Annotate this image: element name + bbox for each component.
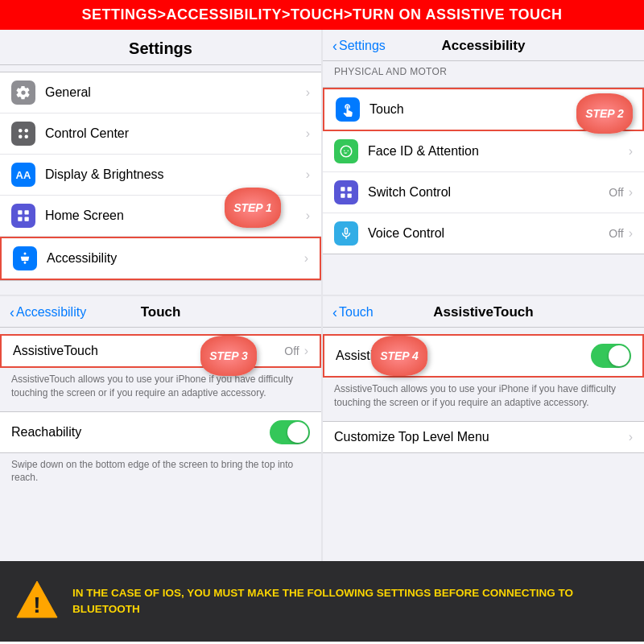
reachability-toggle[interactable] (270, 420, 310, 444)
top-banner-text: SETTINGS>ACCESSIBILITY>TOUCH>TURN ON ASS… (81, 6, 562, 23)
panel4-desc1: AssistiveTouch allows you to use your iP… (323, 378, 644, 415)
panel1-settings: Settings General › Control Center (0, 30, 321, 295)
top-banner: SETTINGS>ACCESSIBILITY>TOUCH>TURN ON ASS… (0, 0, 644, 30)
list-item-control-center[interactable]: Control Center › (0, 114, 321, 155)
main-grid: Settings General › Control Center (0, 30, 644, 561)
switch-control-chevron: › (629, 185, 633, 200)
svg-point-8 (24, 253, 27, 255)
step4-badge: STEP 4 (371, 336, 427, 376)
panel3-desc1: AssistiveTouch allows you to use your iP… (0, 368, 321, 405)
customize-menu-chevron: › (629, 430, 633, 444)
svg-point-0 (19, 129, 23, 133)
panel3-desc2: Swipe down on the bottom edge of the scr… (0, 453, 321, 490)
warning-icon: ! (13, 577, 61, 625)
panel3-assistive-list: AssistiveTouch Off › (0, 334, 321, 368)
svg-rect-7 (25, 217, 29, 221)
accessibility-chevron: › (304, 251, 308, 266)
panel1-list: General › Control Center › AA Display (0, 72, 321, 281)
step3-badge: STEP 3 (200, 336, 257, 376)
switch-control-label: Switch Control (368, 185, 609, 200)
panel4-menu-list: Customize Top Level Menu › (323, 421, 644, 453)
svg-rect-10 (348, 187, 352, 191)
panel4-back-chevron: ‹ (332, 304, 337, 321)
home-icon (11, 204, 35, 228)
svg-point-3 (25, 135, 29, 139)
panel4-title: AssistiveTouch (433, 304, 533, 320)
panel3-back-label: Accessibility (16, 305, 86, 320)
svg-rect-5 (25, 210, 29, 214)
list-item-assistivetouch[interactable]: AssistiveTouch Off › (2, 336, 320, 366)
panel3-content: STEP 3 AssistiveTouch Off › AssistiveTou… (0, 328, 321, 561)
panel3-navbar: ‹ Accessibility Touch (0, 296, 321, 328)
panel3-reachability-section: Reachability Swipe down on the bottom ed… (0, 411, 321, 490)
panel4-main-section: AssistiveTouch AssistiveTouch allows you… (323, 334, 644, 415)
step2-badge: STEP 2 (576, 93, 633, 134)
list-item-display[interactable]: AA Display & Brightness › (0, 155, 321, 196)
home-chevron: › (306, 208, 310, 223)
list-item-voice-control[interactable]: Voice Control Off › (323, 213, 644, 254)
svg-rect-4 (18, 210, 22, 214)
switch-control-icon (334, 180, 358, 204)
svg-point-2 (19, 135, 23, 139)
panel4-content: STEP 4 TURN ON AssistiveTouch AssistiveT… (323, 328, 644, 561)
panel3-assistive-section: AssistiveTouch Off › AssistiveTouch allo… (0, 334, 321, 405)
assistivetouch-toggle[interactable] (591, 344, 631, 368)
svg-rect-6 (18, 217, 22, 221)
panel4-back-label: Touch (339, 305, 374, 320)
panel4-assistivetouch: ‹ Touch AssistiveTouch STEP 4 TURN ON As… (323, 296, 644, 561)
list-item-customize-menu[interactable]: Customize Top Level Menu › (323, 422, 644, 452)
panel4-menu-section: Customize Top Level Menu › (323, 421, 644, 453)
control-center-chevron: › (306, 126, 310, 141)
general-icon (11, 80, 35, 105)
svg-text:!: ! (33, 592, 40, 617)
assistivetouch-chevron: › (304, 344, 308, 358)
list-item-switch-control[interactable]: Switch Control Off › (323, 172, 644, 213)
display-icon: AA (11, 163, 35, 187)
voice-control-label: Voice Control (368, 226, 609, 241)
display-label: Display & Brightness (45, 167, 306, 182)
panel1-title: Settings (0, 30, 321, 65)
general-chevron: › (306, 85, 310, 100)
voice-control-icon (334, 221, 358, 246)
assistivetouch-toggle-knob (609, 345, 630, 366)
svg-rect-11 (341, 194, 345, 198)
list-item-general[interactable]: General › (0, 72, 321, 114)
step1-badge: STEP 1 (225, 188, 281, 228)
panel2-navbar: ‹ Settings Accessibility (323, 30, 644, 61)
reachability-label: Reachability (11, 425, 270, 440)
switch-control-right: Off (609, 186, 623, 199)
general-label: General (45, 85, 306, 100)
faceid-label: Face ID & Attention (368, 144, 629, 159)
panel3-reachability-list: Reachability (0, 411, 321, 453)
panel2-content: STEP 2 PHYSICAL AND MOTOR Touch › (323, 61, 644, 295)
voice-control-chevron: › (629, 226, 633, 241)
accessibility-label: Accessibility (47, 251, 304, 266)
panel4-back-button[interactable]: ‹ Touch (332, 304, 374, 321)
display-chevron: › (306, 167, 310, 182)
panel1-content: General › Control Center › AA Display (0, 65, 321, 295)
customize-menu-label: Customize Top Level Menu (334, 430, 629, 444)
panel3-touch: ‹ Accessibility Touch STEP 3 AssistiveTo… (0, 296, 321, 561)
list-item-home[interactable]: Home Screen › STEP 1 (0, 196, 321, 237)
list-item-faceid[interactable]: Face ID & Attention › (323, 131, 644, 172)
bottom-banner: ! IN THE CASE OF IOS, YOU MUST MAKE THE … (0, 561, 644, 642)
reachability-toggle-knob (287, 422, 308, 443)
panel3-title: Touch (141, 304, 181, 320)
accessibility-icon (13, 246, 37, 270)
faceid-chevron: › (629, 144, 633, 159)
svg-point-1 (25, 129, 29, 133)
panel3-back-chevron: ‹ (10, 304, 14, 321)
panel2-back-button[interactable]: ‹ Settings (332, 38, 386, 55)
panel4-navbar: ‹ Touch AssistiveTouch (323, 296, 644, 328)
assistivetouch-right: Off (284, 345, 299, 357)
panel2-accessibility: ‹ Settings Accessibility STEP 2 PHYSICAL… (323, 30, 644, 295)
panel2-title: Accessibility (442, 38, 526, 54)
panel3-back-button[interactable]: ‹ Accessibility (10, 304, 86, 321)
svg-rect-12 (348, 194, 352, 198)
back-chevron: ‹ (332, 38, 337, 55)
list-item-accessibility[interactable]: Accessibility › (0, 237, 321, 280)
bottom-banner-text: IN THE CASE OF IOS, YOU MUST MAKE THE FO… (72, 585, 631, 618)
list-item-reachability[interactable]: Reachability (0, 412, 321, 452)
touch-icon (336, 97, 360, 122)
svg-rect-9 (341, 187, 345, 191)
